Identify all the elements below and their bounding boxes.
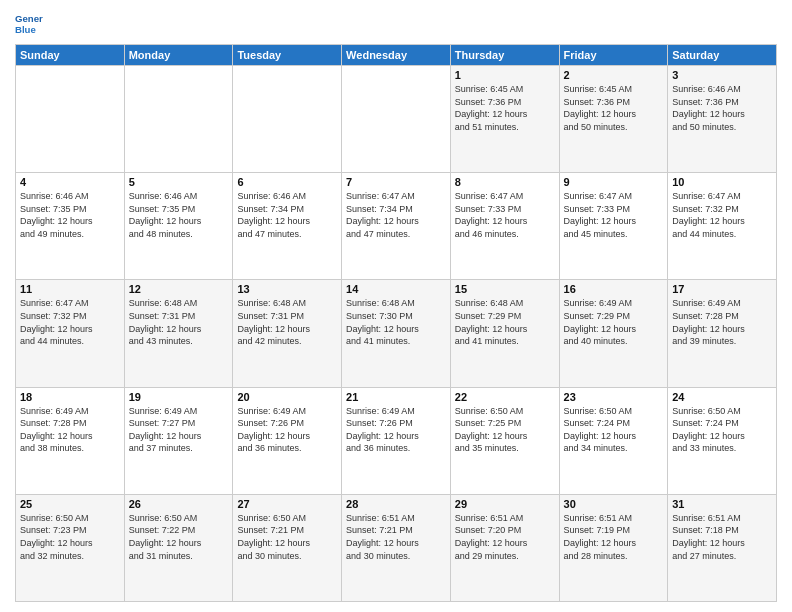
logo: General Blue bbox=[15, 10, 43, 38]
calendar-cell: 28Sunrise: 6:51 AM Sunset: 7:21 PM Dayli… bbox=[342, 494, 451, 601]
calendar-cell: 1Sunrise: 6:45 AM Sunset: 7:36 PM Daylig… bbox=[450, 66, 559, 173]
calendar-cell: 2Sunrise: 6:45 AM Sunset: 7:36 PM Daylig… bbox=[559, 66, 668, 173]
calendar-cell: 27Sunrise: 6:50 AM Sunset: 7:21 PM Dayli… bbox=[233, 494, 342, 601]
day-info: Sunrise: 6:50 AM Sunset: 7:25 PM Dayligh… bbox=[455, 405, 555, 455]
day-info: Sunrise: 6:50 AM Sunset: 7:21 PM Dayligh… bbox=[237, 512, 337, 562]
day-info: Sunrise: 6:45 AM Sunset: 7:36 PM Dayligh… bbox=[455, 83, 555, 133]
calendar-cell: 17Sunrise: 6:49 AM Sunset: 7:28 PM Dayli… bbox=[668, 280, 777, 387]
calendar-cell: 16Sunrise: 6:49 AM Sunset: 7:29 PM Dayli… bbox=[559, 280, 668, 387]
day-number: 8 bbox=[455, 176, 555, 188]
page: General Blue SundayMondayTuesdayWednesda… bbox=[0, 0, 792, 612]
calendar-cell: 3Sunrise: 6:46 AM Sunset: 7:36 PM Daylig… bbox=[668, 66, 777, 173]
day-number: 18 bbox=[20, 391, 120, 403]
calendar-cell: 22Sunrise: 6:50 AM Sunset: 7:25 PM Dayli… bbox=[450, 387, 559, 494]
calendar-cell: 21Sunrise: 6:49 AM Sunset: 7:26 PM Dayli… bbox=[342, 387, 451, 494]
calendar-cell: 14Sunrise: 6:48 AM Sunset: 7:30 PM Dayli… bbox=[342, 280, 451, 387]
day-number: 30 bbox=[564, 498, 664, 510]
day-number: 2 bbox=[564, 69, 664, 81]
day-number: 17 bbox=[672, 283, 772, 295]
logo-icon: General Blue bbox=[15, 10, 43, 38]
svg-text:General: General bbox=[15, 13, 43, 24]
day-info: Sunrise: 6:45 AM Sunset: 7:36 PM Dayligh… bbox=[564, 83, 664, 133]
day-number: 3 bbox=[672, 69, 772, 81]
day-info: Sunrise: 6:49 AM Sunset: 7:28 PM Dayligh… bbox=[672, 297, 772, 347]
calendar-cell: 26Sunrise: 6:50 AM Sunset: 7:22 PM Dayli… bbox=[124, 494, 233, 601]
day-number: 23 bbox=[564, 391, 664, 403]
day-number: 1 bbox=[455, 69, 555, 81]
calendar-cell bbox=[124, 66, 233, 173]
calendar-cell: 13Sunrise: 6:48 AM Sunset: 7:31 PM Dayli… bbox=[233, 280, 342, 387]
weekday-header-tuesday: Tuesday bbox=[233, 45, 342, 66]
day-number: 5 bbox=[129, 176, 229, 188]
day-number: 22 bbox=[455, 391, 555, 403]
calendar-cell: 23Sunrise: 6:50 AM Sunset: 7:24 PM Dayli… bbox=[559, 387, 668, 494]
calendar-cell: 10Sunrise: 6:47 AM Sunset: 7:32 PM Dayli… bbox=[668, 173, 777, 280]
calendar-cell: 20Sunrise: 6:49 AM Sunset: 7:26 PM Dayli… bbox=[233, 387, 342, 494]
calendar-cell: 18Sunrise: 6:49 AM Sunset: 7:28 PM Dayli… bbox=[16, 387, 125, 494]
day-info: Sunrise: 6:47 AM Sunset: 7:33 PM Dayligh… bbox=[455, 190, 555, 240]
calendar-cell: 15Sunrise: 6:48 AM Sunset: 7:29 PM Dayli… bbox=[450, 280, 559, 387]
calendar-cell: 8Sunrise: 6:47 AM Sunset: 7:33 PM Daylig… bbox=[450, 173, 559, 280]
day-number: 12 bbox=[129, 283, 229, 295]
calendar-cell: 11Sunrise: 6:47 AM Sunset: 7:32 PM Dayli… bbox=[16, 280, 125, 387]
day-info: Sunrise: 6:47 AM Sunset: 7:33 PM Dayligh… bbox=[564, 190, 664, 240]
week-row-2: 4Sunrise: 6:46 AM Sunset: 7:35 PM Daylig… bbox=[16, 173, 777, 280]
weekday-header-saturday: Saturday bbox=[668, 45, 777, 66]
calendar-cell: 25Sunrise: 6:50 AM Sunset: 7:23 PM Dayli… bbox=[16, 494, 125, 601]
day-info: Sunrise: 6:47 AM Sunset: 7:34 PM Dayligh… bbox=[346, 190, 446, 240]
day-info: Sunrise: 6:49 AM Sunset: 7:28 PM Dayligh… bbox=[20, 405, 120, 455]
day-info: Sunrise: 6:51 AM Sunset: 7:21 PM Dayligh… bbox=[346, 512, 446, 562]
calendar-cell: 5Sunrise: 6:46 AM Sunset: 7:35 PM Daylig… bbox=[124, 173, 233, 280]
calendar-cell bbox=[233, 66, 342, 173]
calendar-cell: 24Sunrise: 6:50 AM Sunset: 7:24 PM Dayli… bbox=[668, 387, 777, 494]
day-info: Sunrise: 6:46 AM Sunset: 7:35 PM Dayligh… bbox=[20, 190, 120, 240]
day-info: Sunrise: 6:48 AM Sunset: 7:31 PM Dayligh… bbox=[129, 297, 229, 347]
weekday-header-friday: Friday bbox=[559, 45, 668, 66]
day-number: 27 bbox=[237, 498, 337, 510]
day-number: 28 bbox=[346, 498, 446, 510]
day-number: 16 bbox=[564, 283, 664, 295]
weekday-header-wednesday: Wednesday bbox=[342, 45, 451, 66]
header: General Blue bbox=[15, 10, 777, 38]
day-number: 20 bbox=[237, 391, 337, 403]
day-number: 15 bbox=[455, 283, 555, 295]
day-info: Sunrise: 6:51 AM Sunset: 7:19 PM Dayligh… bbox=[564, 512, 664, 562]
day-number: 11 bbox=[20, 283, 120, 295]
weekday-header-sunday: Sunday bbox=[16, 45, 125, 66]
calendar-cell: 19Sunrise: 6:49 AM Sunset: 7:27 PM Dayli… bbox=[124, 387, 233, 494]
day-number: 31 bbox=[672, 498, 772, 510]
day-number: 9 bbox=[564, 176, 664, 188]
day-info: Sunrise: 6:49 AM Sunset: 7:26 PM Dayligh… bbox=[237, 405, 337, 455]
week-row-1: 1Sunrise: 6:45 AM Sunset: 7:36 PM Daylig… bbox=[16, 66, 777, 173]
day-info: Sunrise: 6:49 AM Sunset: 7:26 PM Dayligh… bbox=[346, 405, 446, 455]
day-number: 21 bbox=[346, 391, 446, 403]
weekday-header-thursday: Thursday bbox=[450, 45, 559, 66]
day-number: 25 bbox=[20, 498, 120, 510]
day-info: Sunrise: 6:48 AM Sunset: 7:29 PM Dayligh… bbox=[455, 297, 555, 347]
day-info: Sunrise: 6:51 AM Sunset: 7:18 PM Dayligh… bbox=[672, 512, 772, 562]
day-number: 4 bbox=[20, 176, 120, 188]
week-row-3: 11Sunrise: 6:47 AM Sunset: 7:32 PM Dayli… bbox=[16, 280, 777, 387]
day-info: Sunrise: 6:48 AM Sunset: 7:31 PM Dayligh… bbox=[237, 297, 337, 347]
day-number: 14 bbox=[346, 283, 446, 295]
day-info: Sunrise: 6:48 AM Sunset: 7:30 PM Dayligh… bbox=[346, 297, 446, 347]
day-info: Sunrise: 6:47 AM Sunset: 7:32 PM Dayligh… bbox=[672, 190, 772, 240]
svg-text:Blue: Blue bbox=[15, 24, 36, 35]
day-number: 26 bbox=[129, 498, 229, 510]
day-info: Sunrise: 6:50 AM Sunset: 7:24 PM Dayligh… bbox=[564, 405, 664, 455]
calendar-cell bbox=[16, 66, 125, 173]
calendar-cell: 31Sunrise: 6:51 AM Sunset: 7:18 PM Dayli… bbox=[668, 494, 777, 601]
day-info: Sunrise: 6:50 AM Sunset: 7:24 PM Dayligh… bbox=[672, 405, 772, 455]
day-number: 7 bbox=[346, 176, 446, 188]
calendar-cell: 30Sunrise: 6:51 AM Sunset: 7:19 PM Dayli… bbox=[559, 494, 668, 601]
day-info: Sunrise: 6:49 AM Sunset: 7:27 PM Dayligh… bbox=[129, 405, 229, 455]
day-number: 13 bbox=[237, 283, 337, 295]
calendar-cell: 9Sunrise: 6:47 AM Sunset: 7:33 PM Daylig… bbox=[559, 173, 668, 280]
calendar-table: SundayMondayTuesdayWednesdayThursdayFrid… bbox=[15, 44, 777, 602]
calendar-cell: 12Sunrise: 6:48 AM Sunset: 7:31 PM Dayli… bbox=[124, 280, 233, 387]
calendar-cell: 4Sunrise: 6:46 AM Sunset: 7:35 PM Daylig… bbox=[16, 173, 125, 280]
day-number: 10 bbox=[672, 176, 772, 188]
day-info: Sunrise: 6:47 AM Sunset: 7:32 PM Dayligh… bbox=[20, 297, 120, 347]
week-row-5: 25Sunrise: 6:50 AM Sunset: 7:23 PM Dayli… bbox=[16, 494, 777, 601]
day-info: Sunrise: 6:49 AM Sunset: 7:29 PM Dayligh… bbox=[564, 297, 664, 347]
